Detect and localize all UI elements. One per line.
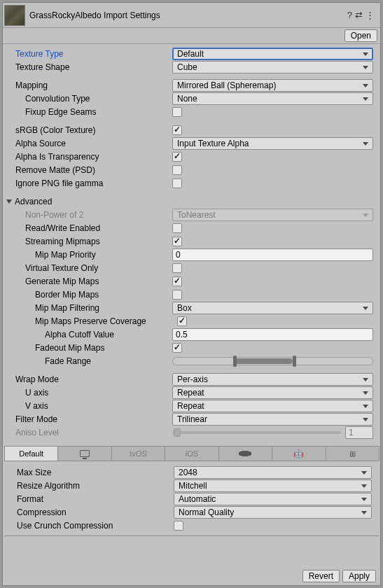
filter-mode-dropdown[interactable]: Trilinear — [172, 413, 373, 426]
texture-shape-label: Texture Shape — [4, 62, 172, 72]
texture-thumbnail[interactable] — [4, 5, 25, 26]
virtual-texture-only-label: Virtual Texture Only — [4, 263, 172, 273]
fade-range-max-handle[interactable] — [293, 356, 296, 367]
asset-title: GrassRockyAlbedo Import Settings — [29, 10, 347, 20]
compression-label: Compression — [6, 507, 174, 517]
fadeout-mip-maps-label: Fadeout Mip Maps — [4, 343, 172, 353]
resize-algorithm-label: Resize Algorithm — [6, 481, 174, 491]
mip-map-filtering-dropdown[interactable]: Box — [172, 302, 373, 314]
apply-button[interactable]: Apply — [342, 570, 376, 582]
mip-map-priority-field[interactable] — [172, 248, 373, 261]
generate-mip-maps-label: Generate Mip Maps — [4, 276, 172, 286]
header-bar: GrassRockyAlbedo Import Settings ? ⇄ ⋮ — [3, 3, 380, 28]
convolution-type-dropdown[interactable]: None — [172, 92, 373, 105]
max-size-label: Max Size — [6, 468, 174, 477]
remove-matte-label: Remove Matte (PSD) — [4, 165, 172, 175]
platform-tab-uwp[interactable]: ⊞ — [326, 446, 379, 461]
fixup-edge-seams-label: Fixup Edge Seams — [4, 107, 172, 117]
filter-mode-label: Filter Mode — [4, 414, 172, 424]
format-dropdown[interactable]: Automatic — [174, 493, 372, 505]
texture-type-label: Texture Type — [4, 49, 172, 59]
alpha-cutoff-value-field[interactable] — [172, 328, 373, 341]
non-power-of-2-dropdown: ToNearest — [172, 209, 373, 221]
wrap-mode-dropdown[interactable]: Per-axis — [172, 373, 373, 386]
ignore-png-gamma-checkbox[interactable] — [172, 178, 182, 188]
virtual-texture-only-checkbox[interactable] — [172, 263, 182, 273]
resize-algorithm-dropdown[interactable]: Mitchell — [174, 479, 372, 492]
context-menu-icon[interactable]: ⋮ — [365, 10, 375, 20]
aniso-level-label: Aniso Level — [4, 428, 172, 438]
generate-mip-maps-checkbox[interactable] — [172, 276, 182, 286]
alpha-transparency-checkbox[interactable] — [172, 152, 182, 162]
foldout-arrow-icon — [6, 200, 12, 204]
remove-matte-checkbox[interactable] — [172, 165, 182, 175]
windows-icon: ⊞ — [349, 449, 356, 458]
fade-range-min-handle[interactable] — [233, 356, 237, 367]
platform-tab-tvos[interactable]: tvOS — [111, 446, 165, 461]
format-label: Format — [6, 494, 174, 504]
mip-map-filtering-label: Mip Map Filtering — [4, 303, 172, 313]
android-icon: 🤖 — [293, 449, 304, 458]
u-axis-label: U axis — [4, 388, 172, 398]
wrap-mode-label: Wrap Mode — [4, 374, 172, 384]
mapping-label: Mapping — [4, 80, 172, 90]
open-button[interactable]: Open — [344, 29, 377, 42]
fadeout-mip-maps-checkbox[interactable] — [172, 343, 182, 353]
ignore-png-gamma-label: Ignore PNG file gamma — [4, 178, 172, 188]
border-mip-maps-checkbox[interactable] — [172, 290, 182, 300]
fade-range-slider[interactable] — [172, 357, 373, 365]
streaming-mipmaps-label: Streaming Mipmaps — [4, 237, 172, 246]
aniso-level-field — [345, 426, 373, 439]
mip-map-priority-label: Mip Map Priority — [4, 250, 172, 260]
platform-tab-default[interactable]: Default — [4, 446, 58, 461]
mip-preserve-coverage-label: Mip Maps Preserve Coverage — [4, 316, 177, 326]
alpha-source-dropdown[interactable]: Input Texture Alpha — [172, 137, 373, 150]
max-size-dropdown[interactable]: 2048 — [174, 466, 372, 479]
presets-icon[interactable]: ⇄ — [355, 10, 363, 20]
convolution-type-label: Convolution Type — [4, 94, 172, 104]
alpha-transparency-label: Alpha Is Transparency — [4, 152, 172, 162]
platform-tab-ios[interactable]: iOS — [165, 446, 218, 461]
alpha-cutoff-value-label: Alpha Cutoff Value — [4, 330, 172, 340]
texture-shape-dropdown[interactable]: Cube — [172, 61, 373, 74]
mip-preserve-coverage-checkbox[interactable] — [177, 316, 187, 326]
use-crunch-compression-label: Use Crunch Compression — [6, 521, 174, 531]
revert-button[interactable]: Revert — [302, 570, 340, 582]
help-icon[interactable]: ? — [347, 10, 352, 20]
header-icons: ? ⇄ ⋮ — [347, 10, 375, 20]
monitor-icon — [80, 450, 90, 457]
mapping-dropdown[interactable]: Mirrored Ball (Spheremap) — [172, 79, 373, 92]
read-write-label: Read/Write Enabled — [4, 223, 172, 233]
use-crunch-compression-checkbox[interactable] — [174, 521, 183, 531]
inspector-panel: GrassRockyAlbedo Import Settings ? ⇄ ⋮ O… — [2, 2, 381, 586]
platform-tab-console[interactable] — [218, 446, 272, 461]
v-axis-label: V axis — [4, 401, 172, 411]
v-axis-dropdown[interactable]: Repeat — [172, 400, 373, 412]
open-row: Open — [3, 28, 380, 44]
platform-tab-android[interactable]: 🤖 — [272, 446, 326, 461]
fixup-edge-seams-checkbox[interactable] — [172, 107, 182, 117]
controller-icon — [241, 451, 249, 456]
texture-type-dropdown[interactable]: Default — [172, 48, 373, 60]
srgb-label: sRGB (Color Texture) — [4, 125, 172, 135]
compression-dropdown[interactable]: Normal Quality — [174, 506, 372, 519]
platform-tab-standalone[interactable] — [57, 446, 111, 461]
advanced-foldout[interactable]: Advanced — [4, 195, 379, 208]
streaming-mipmaps-checkbox[interactable] — [172, 237, 182, 246]
read-write-checkbox[interactable] — [172, 223, 182, 233]
platform-tabs: Default tvOS iOS 🤖 ⊞ — [4, 446, 379, 461]
fade-range-label: Fade Range — [4, 356, 172, 366]
footer-actions: Revert Apply — [302, 570, 376, 582]
srgb-checkbox[interactable] — [172, 125, 182, 135]
border-mip-maps-label: Border Mip Maps — [4, 290, 172, 300]
u-axis-dropdown[interactable]: Repeat — [172, 386, 373, 399]
non-power-of-2-label: Non-Power of 2 — [4, 210, 172, 220]
aniso-level-slider — [172, 431, 341, 434]
alpha-source-label: Alpha Source — [4, 139, 172, 148]
